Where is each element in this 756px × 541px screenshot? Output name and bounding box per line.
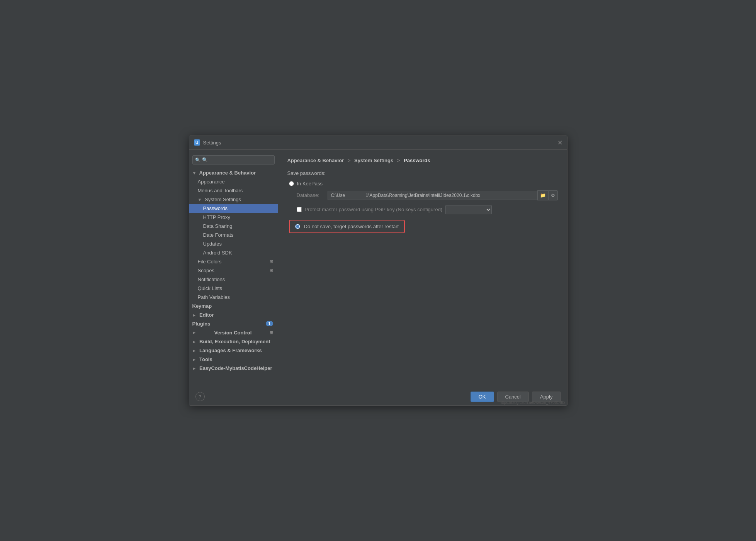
sidebar-item-build-exec-deploy[interactable]: ► Build, Execution, Deployment <box>189 337 278 346</box>
breadcrumb-part1: Appearance & Behavior <box>287 158 344 163</box>
sidebar-item-system-settings[interactable]: ▼ System Settings <box>189 195 278 204</box>
app-icon: U <box>194 139 200 146</box>
toggle-icon: ► <box>192 348 197 353</box>
settings-window: U Settings ✕ 🔍 ▼ Appearance & Behavior A… <box>189 136 567 406</box>
sidebar-item-quick-lists[interactable]: Quick Lists <box>189 284 278 293</box>
breadcrumb-sep1: > <box>348 158 352 163</box>
content-area: 🔍 ▼ Appearance & Behavior Appearance Men… <box>189 150 567 388</box>
main-panel: Appearance & Behavior > System Settings … <box>278 150 567 388</box>
toggle-icon: ▼ <box>198 197 202 202</box>
database-input[interactable] <box>328 191 537 200</box>
scopes-icon: ⊞ <box>270 268 273 273</box>
database-row: Database: 📁 ⚙ <box>297 190 558 200</box>
toggle-icon: ► <box>192 357 197 362</box>
protect-pgp-checkbox[interactable] <box>297 207 302 212</box>
breadcrumb: Appearance & Behavior > System Settings … <box>287 158 558 163</box>
search-box[interactable]: 🔍 <box>192 155 275 165</box>
toggle-icon: ▼ <box>192 171 197 175</box>
toggle-icon: ► <box>192 313 197 317</box>
search-input[interactable] <box>192 155 275 165</box>
database-input-group: 📁 ⚙ <box>328 190 558 200</box>
sidebar-item-path-variables[interactable]: Path Variables <box>189 293 278 302</box>
plugins-badge: 1 <box>266 321 273 326</box>
sidebar-item-notifications[interactable]: Notifications <box>189 275 278 284</box>
sidebar-item-plugins[interactable]: Plugins 1 <box>189 319 278 328</box>
sidebar-item-keymap[interactable]: Keymap <box>189 302 278 310</box>
browse-button[interactable]: 📁 <box>537 190 548 200</box>
sidebar-item-passwords[interactable]: Passwords <box>189 204 278 213</box>
sidebar-item-http-proxy[interactable]: HTTP Proxy <box>189 213 278 222</box>
protect-password-row[interactable]: Protect master password using PGP key (N… <box>297 205 558 214</box>
file-colors-icon: ⊞ <box>270 259 273 264</box>
in-keepass-radio[interactable] <box>289 181 294 186</box>
window-title: Settings <box>203 140 221 146</box>
breadcrumb-part3: Passwords <box>404 158 430 163</box>
sidebar-item-date-formats[interactable]: Date Formats <box>189 231 278 239</box>
breadcrumb-sep2: > <box>397 158 401 163</box>
toggle-icon: ► <box>192 366 197 371</box>
sidebar-item-android-sdk[interactable]: Android SDK <box>189 248 278 257</box>
breadcrumb-part2: System Settings <box>354 158 393 163</box>
search-icon: 🔍 <box>195 157 200 162</box>
settings-button[interactable]: ⚙ <box>548 190 558 200</box>
help-button[interactable]: ? <box>195 392 205 401</box>
toggle-icon: ► <box>192 330 197 335</box>
sidebar-item-appearance[interactable]: Appearance <box>189 177 278 186</box>
sidebar-item-version-control[interactable]: ► Version Control ⊞ <box>189 328 278 337</box>
close-button[interactable]: ✕ <box>557 139 562 146</box>
protect-pgp-label: Protect master password using PGP key (N… <box>305 207 443 212</box>
sidebar: 🔍 ▼ Appearance & Behavior Appearance Men… <box>189 150 278 388</box>
sidebar-item-data-sharing[interactable]: Data Sharing <box>189 222 278 231</box>
toggle-icon: ► <box>192 339 197 344</box>
save-passwords-label: Save passwords: <box>287 170 558 176</box>
do-not-save-box[interactable]: Do not save, forget passwords after rest… <box>289 220 405 233</box>
do-not-save-label: Do not save, forget passwords after rest… <box>304 224 399 229</box>
sidebar-item-file-colors[interactable]: File Colors ⊞ <box>189 257 278 266</box>
sidebar-item-appearance-behavior[interactable]: ▼ Appearance & Behavior <box>189 168 278 177</box>
title-bar: U Settings ✕ <box>189 136 567 150</box>
in-keepass-option[interactable]: In KeePass <box>289 181 558 187</box>
sidebar-item-scopes[interactable]: Scopes ⊞ <box>189 266 278 275</box>
sidebar-item-menus-toolbars[interactable]: Menus and Toolbars <box>189 186 278 195</box>
ok-button[interactable]: OK <box>471 392 494 402</box>
do-not-save-radio[interactable] <box>295 224 300 229</box>
sidebar-item-updates[interactable]: Updates <box>189 239 278 248</box>
pgp-key-select[interactable] <box>445 205 492 214</box>
version-control-icon: ⊞ <box>270 330 273 335</box>
sidebar-item-tools[interactable]: ► Tools <box>189 355 278 364</box>
in-keepass-label: In KeePass <box>297 181 323 187</box>
sidebar-item-languages-frameworks[interactable]: ► Languages & Frameworks <box>189 346 278 355</box>
database-label: Database: <box>297 192 324 198</box>
sidebar-item-easycode[interactable]: ► EasyCode-MybatisCodeHelper <box>189 364 278 373</box>
watermark: https://blog.csdn.net/weixin_47061482 <box>499 400 565 405</box>
sidebar-item-editor[interactable]: ► Editor <box>189 310 278 319</box>
